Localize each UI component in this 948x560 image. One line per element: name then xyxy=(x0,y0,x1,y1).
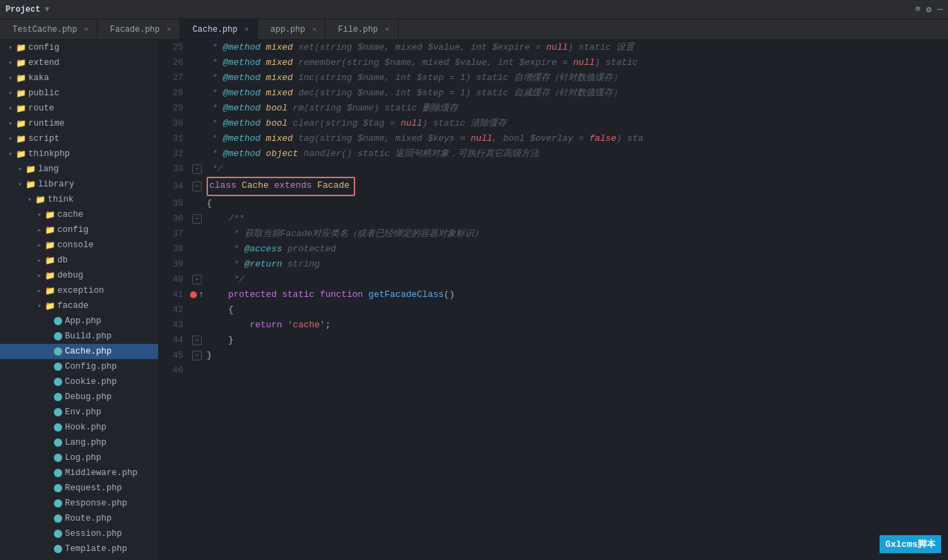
tab-close-facade[interactable]: × xyxy=(167,26,171,34)
sidebar-item-cache-php[interactable]: Cache.php xyxy=(0,344,158,359)
tab-file[interactable]: File.php× xyxy=(325,19,398,39)
sidebar-item-facade[interactable]: ▾📁facade xyxy=(0,298,158,313)
sidebar-item-session-php[interactable]: Session.php xyxy=(0,526,158,541)
file-label: Env.php xyxy=(65,407,102,417)
folder-icon: 📁 xyxy=(15,58,26,68)
sidebar-item-config-php[interactable]: Config.php xyxy=(0,359,158,374)
sidebar-item-extend[interactable]: ▾📁extend xyxy=(0,55,158,70)
sidebar-item-public[interactable]: ▾📁public xyxy=(0,86,158,101)
folder-arrow: ▾ xyxy=(6,44,15,52)
sidebar-item-exception[interactable]: ▸📁exception xyxy=(0,283,158,298)
sidebar-item-route-php[interactable]: Route.php xyxy=(0,511,158,526)
file-dot xyxy=(54,514,62,523)
fold-icon[interactable]: − xyxy=(192,336,202,345)
code-line-33: 33− */ xyxy=(159,162,948,177)
fold-icon[interactable]: − xyxy=(192,351,202,360)
folder-arrow: ▾ xyxy=(6,89,15,97)
folder-arrow: ▸ xyxy=(35,287,44,295)
tab-close-app[interactable]: × xyxy=(312,26,317,34)
file-label: Debug.php xyxy=(65,392,112,402)
folder-arrow: ▾ xyxy=(6,150,15,158)
line-gutter: − xyxy=(190,351,204,360)
sidebar-item-config[interactable]: ▸📁config xyxy=(0,222,158,238)
watermark: Gxlcms脚本 xyxy=(880,535,941,553)
sidebar-item-lang[interactable]: ▾📁lang xyxy=(0,162,158,177)
file-label: Log.php xyxy=(65,453,102,463)
sidebar-item-hook-php[interactable]: Hook.php xyxy=(0,420,158,435)
code-content: { xyxy=(204,196,948,211)
file-dot xyxy=(54,317,62,325)
sidebar-item-request-php[interactable]: Request.php xyxy=(0,481,158,496)
folder-icon: 📁 xyxy=(15,149,26,160)
sidebar-item-debug-php[interactable]: Debug.php xyxy=(0,389,158,405)
folder-icon: 📁 xyxy=(44,286,55,296)
file-dot xyxy=(54,484,62,492)
code-content: * @return string xyxy=(204,257,948,272)
sidebar-item-build-php[interactable]: Build.php xyxy=(0,329,158,344)
tab-cache[interactable]: Cache.php× xyxy=(180,19,258,39)
sidebar-item-env-php[interactable]: Env.php xyxy=(0,405,158,420)
tab-testcache[interactable]: TestCache.php× xyxy=(0,19,97,39)
sidebar-item-think[interactable]: ▾📁think xyxy=(0,192,158,207)
line-number: 45 xyxy=(159,351,190,360)
line-gutter: − xyxy=(190,336,204,345)
sidebar-item-route[interactable]: ▾📁route xyxy=(0,101,158,116)
sidebar-item-lang-php[interactable]: Lang.php xyxy=(0,435,158,450)
code-content: * @method mixed tag(string $name, mixed … xyxy=(204,131,948,146)
sidebar-item-cookie-php[interactable]: Cookie.php xyxy=(0,374,158,389)
sidebar-item-config[interactable]: ▾📁config xyxy=(0,40,158,55)
sidebar-item-thinkphp[interactable]: ▾📁thinkphp xyxy=(0,146,158,162)
sidebar-item-kaka[interactable]: ▾📁kaka xyxy=(0,70,158,86)
tab-label: File.php xyxy=(338,25,378,35)
sidebar-item-db[interactable]: ▸📁db xyxy=(0,253,158,268)
sidebar-item-template-php[interactable]: Template.php xyxy=(0,541,158,557)
debug-dot xyxy=(190,291,197,298)
folder-label: exception xyxy=(57,286,104,296)
code-line-40: 40− */ xyxy=(159,272,948,287)
sidebar-item-app-php[interactable]: App.php xyxy=(0,313,158,329)
fold-icon[interactable]: − xyxy=(192,182,202,191)
file-dot xyxy=(54,469,62,477)
folder-label: facade xyxy=(57,301,88,311)
sidebar-item-script[interactable]: ▾📁script xyxy=(0,131,158,146)
folder-icon: 📁 xyxy=(44,255,55,266)
tab-facade[interactable]: Facade.php× xyxy=(97,19,180,39)
sidebar-item-library[interactable]: ▾📁library xyxy=(0,177,158,192)
title-arrow[interactable]: ▼ xyxy=(44,5,49,15)
code-line-25: 25 * @method mixed set(string $name, mix… xyxy=(159,40,948,55)
code-content: protected static function getFacadeClass… xyxy=(204,287,948,302)
file-dot xyxy=(54,438,62,447)
sidebar-item-debug[interactable]: ▸📁debug xyxy=(0,268,158,283)
line-number: 44 xyxy=(159,336,190,345)
code-editor[interactable]: 25 * @method mixed set(string $name, mix… xyxy=(159,40,948,560)
sidebar-item-url-php[interactable]: Url.php xyxy=(0,557,158,560)
tab-close-testcache[interactable]: × xyxy=(84,26,89,34)
folder-label: route xyxy=(28,104,55,113)
sidebar-item-cache[interactable]: ▾📁cache xyxy=(0,207,158,222)
tab-close-file[interactable]: × xyxy=(385,26,390,34)
menu-icon[interactable]: ≡ xyxy=(916,4,921,15)
code-content: class Cache extends Facade xyxy=(204,177,948,196)
code-line-42: 42 { xyxy=(159,302,948,318)
code-content: } xyxy=(204,333,948,348)
gear-icon[interactable]: ⚙ xyxy=(926,4,931,15)
fold-icon[interactable]: − xyxy=(192,214,202,224)
sidebar-item-console[interactable]: ▸📁console xyxy=(0,238,158,253)
sidebar-item-response-php[interactable]: Response.php xyxy=(0,496,158,511)
fold-icon[interactable]: − xyxy=(192,164,202,174)
tab-app[interactable]: app.php× xyxy=(258,19,325,39)
sidebar-item-runtime[interactable]: ▾📁runtime xyxy=(0,116,158,131)
line-number: 41 xyxy=(159,290,190,300)
file-label: Lang.php xyxy=(65,438,106,447)
title-bar: Project ▼ ≡ ⚙ — xyxy=(0,0,948,19)
minimize-icon[interactable]: — xyxy=(937,4,942,15)
sidebar-item-log-php[interactable]: Log.php xyxy=(0,450,158,465)
fold-icon[interactable]: − xyxy=(192,275,202,284)
sidebar-item-middleware-php[interactable]: Middleware.php xyxy=(0,465,158,481)
tab-bar: TestCache.php×Facade.php×Cache.php×app.p… xyxy=(0,19,948,40)
tab-close-cache[interactable]: × xyxy=(245,26,249,34)
folder-label: script xyxy=(28,134,59,144)
project-label[interactable]: Project xyxy=(6,5,40,15)
code-line-41: 41↑ protected static function getFacadeC… xyxy=(159,287,948,302)
folder-icon: 📁 xyxy=(44,301,55,311)
